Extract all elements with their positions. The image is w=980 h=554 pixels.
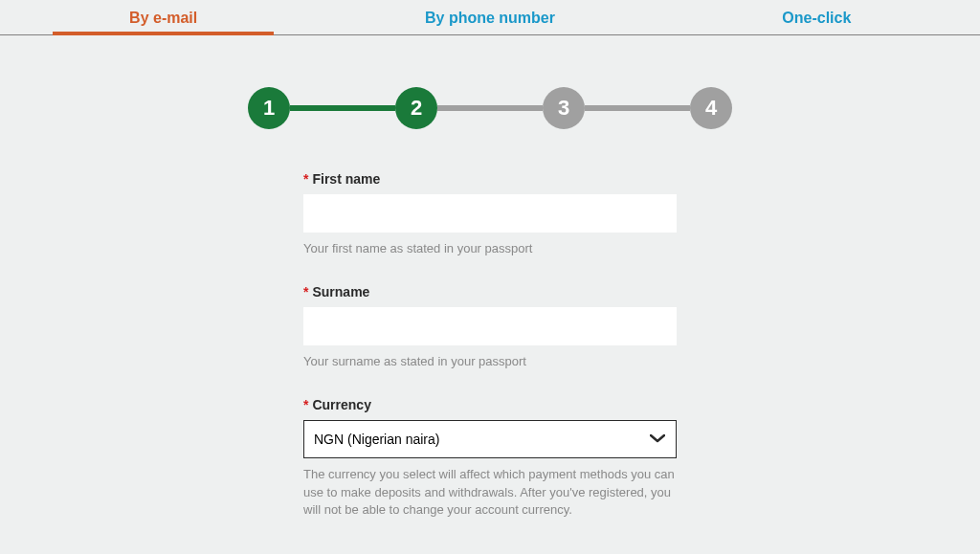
- step-number: 4: [705, 96, 717, 121]
- currency-helper: The currency you select will affect whic…: [303, 466, 677, 519]
- surname-input[interactable]: [303, 307, 677, 345]
- step-4: 4: [690, 87, 732, 129]
- label-text: Surname: [312, 284, 369, 299]
- step-connector: [290, 105, 395, 111]
- currency-label: *Currency: [303, 397, 677, 412]
- tab-label: By phone number: [425, 10, 555, 26]
- step-number: 3: [558, 96, 569, 121]
- label-text: Currency: [312, 397, 370, 412]
- field-surname: *Surname Your surname as stated in your …: [303, 284, 677, 370]
- surname-label: *Surname: [303, 284, 677, 299]
- tab-one-click[interactable]: One-click: [654, 0, 980, 34]
- required-star: *: [303, 397, 308, 412]
- tab-label: One-click: [782, 10, 851, 26]
- tab-label: By e-mail: [129, 10, 197, 26]
- first-name-input[interactable]: [303, 194, 677, 233]
- currency-selected-value: NGN (Nigerian naira): [314, 432, 439, 447]
- step-1: 1: [248, 87, 290, 129]
- step-number: 1: [263, 96, 275, 121]
- step-connector: [585, 105, 690, 111]
- registration-tabs: By e-mail By phone number One-click: [0, 0, 980, 35]
- progress-stepper: 1 2 3 4: [0, 87, 980, 129]
- step-3: 3: [543, 87, 585, 129]
- tab-by-email[interactable]: By e-mail: [0, 0, 326, 34]
- required-star: *: [303, 284, 308, 299]
- label-text: First name: [312, 171, 380, 187]
- required-star: *: [303, 171, 308, 187]
- field-first-name: *First name Your first name as stated in…: [303, 171, 677, 257]
- currency-select-wrap: NGN (Nigerian naira): [303, 420, 677, 458]
- first-name-label: *First name: [303, 171, 677, 187]
- registration-form: *First name Your first name as stated in…: [303, 171, 677, 519]
- field-currency: *Currency NGN (Nigerian naira) The curre…: [303, 397, 677, 519]
- step-number: 2: [411, 96, 422, 121]
- first-name-helper: Your first name as stated in your passpo…: [303, 240, 677, 257]
- step-connector: [437, 105, 543, 111]
- currency-select[interactable]: NGN (Nigerian naira): [303, 420, 677, 458]
- step-2: 2: [395, 87, 437, 129]
- tab-by-phone[interactable]: By phone number: [326, 0, 653, 34]
- surname-helper: Your surname as stated in your passport: [303, 353, 677, 370]
